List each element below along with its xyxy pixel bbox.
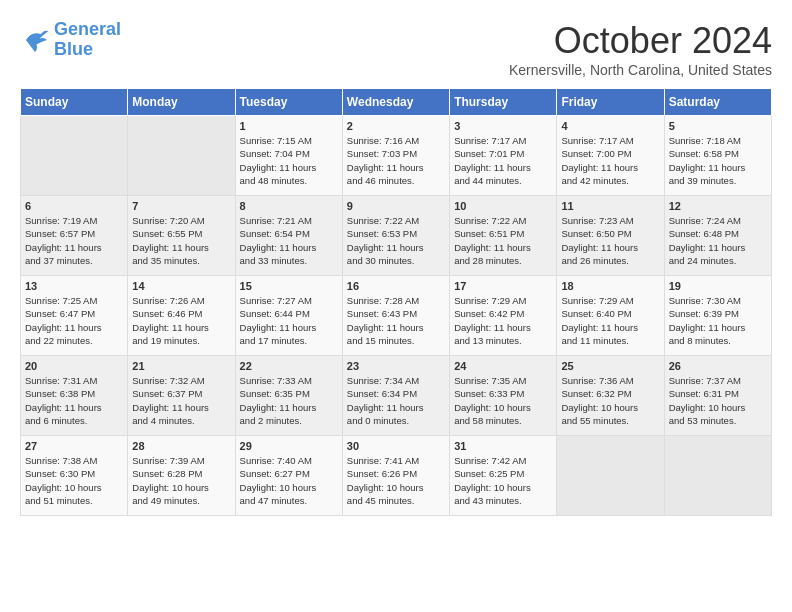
day-number: 24	[454, 360, 552, 372]
day-number: 31	[454, 440, 552, 452]
calendar-cell: 12Sunrise: 7:24 AM Sunset: 6:48 PM Dayli…	[664, 196, 771, 276]
calendar-cell: 22Sunrise: 7:33 AM Sunset: 6:35 PM Dayli…	[235, 356, 342, 436]
logo-text: GeneralBlue	[54, 20, 121, 60]
calendar-cell: 6Sunrise: 7:19 AM Sunset: 6:57 PM Daylig…	[21, 196, 128, 276]
day-info: Sunrise: 7:39 AM Sunset: 6:28 PM Dayligh…	[132, 454, 230, 507]
day-info: Sunrise: 7:37 AM Sunset: 6:31 PM Dayligh…	[669, 374, 767, 427]
page-header: GeneralBlue October 2024 Kernersville, N…	[20, 20, 772, 78]
day-number: 5	[669, 120, 767, 132]
day-number: 10	[454, 200, 552, 212]
day-number: 25	[561, 360, 659, 372]
day-number: 2	[347, 120, 445, 132]
day-info: Sunrise: 7:31 AM Sunset: 6:38 PM Dayligh…	[25, 374, 123, 427]
calendar-cell: 11Sunrise: 7:23 AM Sunset: 6:50 PM Dayli…	[557, 196, 664, 276]
calendar-cell: 15Sunrise: 7:27 AM Sunset: 6:44 PM Dayli…	[235, 276, 342, 356]
calendar-week-row: 1Sunrise: 7:15 AM Sunset: 7:04 PM Daylig…	[21, 116, 772, 196]
day-number: 30	[347, 440, 445, 452]
day-number: 18	[561, 280, 659, 292]
day-info: Sunrise: 7:29 AM Sunset: 6:40 PM Dayligh…	[561, 294, 659, 347]
day-info: Sunrise: 7:19 AM Sunset: 6:57 PM Dayligh…	[25, 214, 123, 267]
day-info: Sunrise: 7:17 AM Sunset: 7:00 PM Dayligh…	[561, 134, 659, 187]
calendar-cell: 2Sunrise: 7:16 AM Sunset: 7:03 PM Daylig…	[342, 116, 449, 196]
calendar-cell: 4Sunrise: 7:17 AM Sunset: 7:00 PM Daylig…	[557, 116, 664, 196]
day-info: Sunrise: 7:22 AM Sunset: 6:53 PM Dayligh…	[347, 214, 445, 267]
day-number: 13	[25, 280, 123, 292]
calendar-cell: 18Sunrise: 7:29 AM Sunset: 6:40 PM Dayli…	[557, 276, 664, 356]
day-number: 1	[240, 120, 338, 132]
day-info: Sunrise: 7:18 AM Sunset: 6:58 PM Dayligh…	[669, 134, 767, 187]
day-number: 23	[347, 360, 445, 372]
location-subtitle: Kernersville, North Carolina, United Sta…	[509, 62, 772, 78]
column-header-wednesday: Wednesday	[342, 89, 449, 116]
day-number: 14	[132, 280, 230, 292]
calendar-cell: 21Sunrise: 7:32 AM Sunset: 6:37 PM Dayli…	[128, 356, 235, 436]
day-number: 12	[669, 200, 767, 212]
month-title: October 2024	[509, 20, 772, 62]
column-header-sunday: Sunday	[21, 89, 128, 116]
calendar-cell: 30Sunrise: 7:41 AM Sunset: 6:26 PM Dayli…	[342, 436, 449, 516]
calendar-cell: 16Sunrise: 7:28 AM Sunset: 6:43 PM Dayli…	[342, 276, 449, 356]
calendar-cell: 29Sunrise: 7:40 AM Sunset: 6:27 PM Dayli…	[235, 436, 342, 516]
day-info: Sunrise: 7:17 AM Sunset: 7:01 PM Dayligh…	[454, 134, 552, 187]
calendar-cell: 5Sunrise: 7:18 AM Sunset: 6:58 PM Daylig…	[664, 116, 771, 196]
day-info: Sunrise: 7:16 AM Sunset: 7:03 PM Dayligh…	[347, 134, 445, 187]
day-number: 8	[240, 200, 338, 212]
calendar-cell: 27Sunrise: 7:38 AM Sunset: 6:30 PM Dayli…	[21, 436, 128, 516]
calendar-cell: 9Sunrise: 7:22 AM Sunset: 6:53 PM Daylig…	[342, 196, 449, 276]
day-info: Sunrise: 7:30 AM Sunset: 6:39 PM Dayligh…	[669, 294, 767, 347]
day-info: Sunrise: 7:42 AM Sunset: 6:25 PM Dayligh…	[454, 454, 552, 507]
calendar-week-row: 27Sunrise: 7:38 AM Sunset: 6:30 PM Dayli…	[21, 436, 772, 516]
day-number: 28	[132, 440, 230, 452]
day-info: Sunrise: 7:26 AM Sunset: 6:46 PM Dayligh…	[132, 294, 230, 347]
day-info: Sunrise: 7:20 AM Sunset: 6:55 PM Dayligh…	[132, 214, 230, 267]
calendar-cell	[128, 116, 235, 196]
day-number: 26	[669, 360, 767, 372]
calendar-week-row: 20Sunrise: 7:31 AM Sunset: 6:38 PM Dayli…	[21, 356, 772, 436]
title-block: October 2024 Kernersville, North Carolin…	[509, 20, 772, 78]
calendar-cell: 19Sunrise: 7:30 AM Sunset: 6:39 PM Dayli…	[664, 276, 771, 356]
calendar-cell: 17Sunrise: 7:29 AM Sunset: 6:42 PM Dayli…	[450, 276, 557, 356]
day-number: 7	[132, 200, 230, 212]
day-info: Sunrise: 7:15 AM Sunset: 7:04 PM Dayligh…	[240, 134, 338, 187]
day-info: Sunrise: 7:24 AM Sunset: 6:48 PM Dayligh…	[669, 214, 767, 267]
calendar-cell	[557, 436, 664, 516]
day-number: 20	[25, 360, 123, 372]
calendar-cell: 10Sunrise: 7:22 AM Sunset: 6:51 PM Dayli…	[450, 196, 557, 276]
day-number: 27	[25, 440, 123, 452]
calendar-header-row: SundayMondayTuesdayWednesdayThursdayFrid…	[21, 89, 772, 116]
calendar-cell	[664, 436, 771, 516]
calendar-cell: 25Sunrise: 7:36 AM Sunset: 6:32 PM Dayli…	[557, 356, 664, 436]
day-number: 29	[240, 440, 338, 452]
day-number: 11	[561, 200, 659, 212]
calendar-cell	[21, 116, 128, 196]
day-number: 17	[454, 280, 552, 292]
day-info: Sunrise: 7:21 AM Sunset: 6:54 PM Dayligh…	[240, 214, 338, 267]
calendar-week-row: 13Sunrise: 7:25 AM Sunset: 6:47 PM Dayli…	[21, 276, 772, 356]
column-header-saturday: Saturday	[664, 89, 771, 116]
column-header-thursday: Thursday	[450, 89, 557, 116]
day-info: Sunrise: 7:25 AM Sunset: 6:47 PM Dayligh…	[25, 294, 123, 347]
column-header-friday: Friday	[557, 89, 664, 116]
day-info: Sunrise: 7:22 AM Sunset: 6:51 PM Dayligh…	[454, 214, 552, 267]
day-info: Sunrise: 7:23 AM Sunset: 6:50 PM Dayligh…	[561, 214, 659, 267]
day-info: Sunrise: 7:33 AM Sunset: 6:35 PM Dayligh…	[240, 374, 338, 427]
day-info: Sunrise: 7:32 AM Sunset: 6:37 PM Dayligh…	[132, 374, 230, 427]
calendar-cell: 20Sunrise: 7:31 AM Sunset: 6:38 PM Dayli…	[21, 356, 128, 436]
calendar-cell: 24Sunrise: 7:35 AM Sunset: 6:33 PM Dayli…	[450, 356, 557, 436]
day-info: Sunrise: 7:40 AM Sunset: 6:27 PM Dayligh…	[240, 454, 338, 507]
calendar-cell: 14Sunrise: 7:26 AM Sunset: 6:46 PM Dayli…	[128, 276, 235, 356]
day-number: 21	[132, 360, 230, 372]
day-number: 4	[561, 120, 659, 132]
calendar-cell: 23Sunrise: 7:34 AM Sunset: 6:34 PM Dayli…	[342, 356, 449, 436]
calendar-cell: 7Sunrise: 7:20 AM Sunset: 6:55 PM Daylig…	[128, 196, 235, 276]
day-number: 19	[669, 280, 767, 292]
column-header-monday: Monday	[128, 89, 235, 116]
calendar-cell: 31Sunrise: 7:42 AM Sunset: 6:25 PM Dayli…	[450, 436, 557, 516]
day-info: Sunrise: 7:29 AM Sunset: 6:42 PM Dayligh…	[454, 294, 552, 347]
day-number: 3	[454, 120, 552, 132]
calendar-cell: 13Sunrise: 7:25 AM Sunset: 6:47 PM Dayli…	[21, 276, 128, 356]
day-info: Sunrise: 7:35 AM Sunset: 6:33 PM Dayligh…	[454, 374, 552, 427]
day-number: 9	[347, 200, 445, 212]
day-info: Sunrise: 7:38 AM Sunset: 6:30 PM Dayligh…	[25, 454, 123, 507]
calendar-cell: 1Sunrise: 7:15 AM Sunset: 7:04 PM Daylig…	[235, 116, 342, 196]
